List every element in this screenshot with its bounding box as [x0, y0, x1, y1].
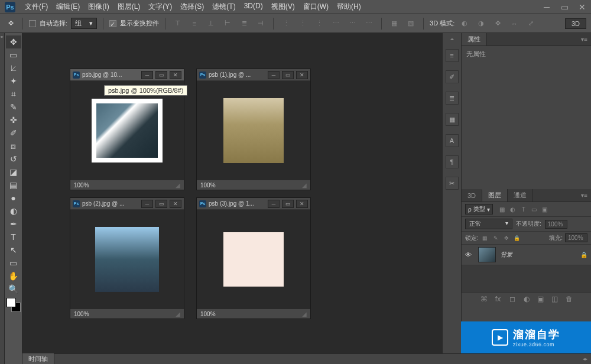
distribute-right-icon[interactable]: ⋯ — [362, 17, 375, 30]
filter-shape-icon[interactable]: ▭ — [530, 205, 539, 213]
layer-fx-icon[interactable]: fx — [493, 295, 503, 303]
layer-item-background[interactable]: 👁 背景 🔒 — [462, 245, 591, 265]
resize-handle-icon[interactable]: ◢ — [176, 311, 180, 317]
doc-minimize-button[interactable]: ─ — [268, 71, 280, 79]
styles-panel-icon[interactable]: ▦ — [446, 113, 459, 126]
menu-file[interactable]: 文件(F) — [21, 1, 51, 13]
filter-pixel-icon[interactable]: ▦ — [498, 205, 507, 213]
path-selection-tool[interactable]: ↖ — [6, 243, 21, 256]
properties-tab[interactable]: 属性 — [462, 33, 487, 46]
foreground-color-swatch[interactable] — [7, 298, 16, 307]
doc-minimize-button[interactable]: ─ — [268, 200, 280, 208]
filter-type-icon[interactable]: T — [519, 205, 528, 213]
dodge-tool[interactable]: ◐ — [6, 204, 21, 217]
pan-3d-icon[interactable]: ✥ — [491, 17, 504, 30]
tab-channels[interactable]: 通道 — [508, 189, 533, 202]
slide-3d-icon[interactable]: ↔ — [508, 17, 521, 30]
close-button[interactable]: ✕ — [573, 1, 591, 13]
lock-transparency-icon[interactable]: ▦ — [481, 234, 489, 242]
switch-3d-button[interactable]: 3D — [565, 18, 586, 29]
distribute-hcenter-icon[interactable]: ⋯ — [346, 17, 359, 30]
swatches-panel-icon[interactable]: ≣ — [446, 92, 459, 105]
resize-handle-icon[interactable]: ◢ — [176, 182, 180, 188]
doc-canvas[interactable] — [197, 210, 310, 309]
adjustment-layer-icon[interactable]: ◐ — [522, 295, 531, 303]
align-top-icon[interactable]: ⊤ — [171, 17, 184, 30]
maximize-button[interactable]: ▭ — [556, 1, 573, 13]
menu-window[interactable]: 窗口(W) — [300, 1, 332, 13]
minimize-button[interactable]: ─ — [538, 1, 556, 13]
menu-3d[interactable]: 3D(D) — [241, 1, 267, 13]
align-right-icon[interactable]: ⊣ — [254, 17, 267, 30]
distribute-left-icon[interactable]: ⋯ — [329, 17, 342, 30]
color-swatches[interactable] — [7, 298, 21, 312]
healing-brush-tool[interactable]: ✜ — [6, 113, 21, 126]
doc-maximize-button[interactable]: ▭ — [155, 200, 167, 208]
align-hcenter-icon[interactable]: ≣ — [238, 17, 251, 30]
lock-position-icon[interactable]: ✥ — [502, 234, 511, 242]
align-bottom-icon[interactable]: ⊥ — [204, 17, 217, 30]
roll-3d-icon[interactable]: ◑ — [475, 17, 488, 30]
auto-select-checkbox[interactable] — [29, 20, 36, 27]
menu-help[interactable]: 帮助(H) — [333, 1, 365, 13]
toolbar-collapse-strip[interactable] — [0, 33, 5, 364]
document-window-3[interactable]: Ps psb (2).jpg @ ... ─ ▭ ✕ 100% ◢ — [70, 197, 184, 319]
orbit-3d-icon[interactable]: ◐ — [458, 17, 471, 30]
magic-wand-tool[interactable]: ✦ — [6, 74, 21, 87]
brush-tool[interactable]: ✐ — [6, 126, 21, 139]
distribute-vcenter-icon[interactable]: ⋮ — [296, 17, 309, 30]
eyedropper-tool[interactable]: ✎ — [6, 100, 21, 113]
group-icon[interactable]: ▣ — [536, 295, 545, 303]
doc-titlebar[interactable]: Ps psb (3).jpg @ 1... ─ ▭ ✕ — [197, 198, 310, 210]
link-layers-icon[interactable]: ⌘ — [479, 295, 489, 303]
paragraph-panel-icon[interactable]: ¶ — [446, 155, 459, 168]
doc-titlebar[interactable]: Ps psb (2).jpg @ ... ─ ▭ ✕ — [70, 198, 184, 210]
resize-handle-icon[interactable]: ◢ — [302, 311, 307, 317]
tab-3d[interactable]: 3D — [462, 190, 482, 201]
timeline-collapse-icon[interactable]: ◂▸ — [579, 356, 591, 362]
doc-close-button[interactable]: ✕ — [296, 200, 308, 208]
panel-menu-icon[interactable]: ▾≡ — [577, 192, 591, 199]
doc-minimize-button[interactable]: ─ — [141, 200, 153, 208]
lock-pixels-icon[interactable]: ✎ — [492, 234, 500, 242]
hand-tool[interactable]: ✋ — [6, 269, 21, 282]
menu-view[interactable]: 视图(V) — [268, 1, 298, 13]
doc-canvas[interactable] — [197, 81, 310, 180]
align-vcenter-icon[interactable]: ≡ — [188, 17, 201, 30]
align-left-icon[interactable]: ⊢ — [221, 17, 234, 30]
menu-layer[interactable]: 图层(L) — [114, 1, 144, 13]
timeline-tab[interactable]: 时间轴 — [22, 353, 54, 364]
scale-3d-icon[interactable]: ⤢ — [524, 17, 537, 30]
doc-minimize-button[interactable]: ─ — [141, 71, 153, 79]
history-panel-icon[interactable]: ≡ — [446, 49, 459, 62]
layer-filter-type[interactable]: ρ类型▾ — [465, 204, 493, 214]
menu-filter[interactable]: 滤镜(T) — [209, 1, 239, 13]
history-brush-tool[interactable]: ↺ — [6, 152, 21, 165]
doc-titlebar[interactable]: Ps psb (1).jpg @ ... ─ ▭ ✕ — [197, 69, 310, 81]
doc-maximize-button[interactable]: ▭ — [155, 71, 167, 79]
doc-close-button[interactable]: ✕ — [170, 200, 181, 208]
filter-smart-icon[interactable]: ▣ — [540, 205, 550, 213]
tool-presets-panel-icon[interactable]: ✂ — [446, 177, 459, 190]
menu-edit[interactable]: 编辑(E) — [53, 1, 83, 13]
zoom-tool[interactable]: 🔍 — [6, 282, 21, 295]
fill-value[interactable]: 100% — [565, 233, 587, 242]
resize-handle-icon[interactable]: ◢ — [302, 182, 307, 188]
blur-tool[interactable]: ● — [6, 191, 21, 204]
clone-stamp-tool[interactable]: ⧈ — [6, 139, 21, 152]
auto-align-icon[interactable]: ▦ — [388, 17, 401, 30]
menu-type[interactable]: 文字(Y) — [145, 1, 176, 13]
delete-layer-icon[interactable]: 🗑 — [564, 295, 574, 303]
marquee-tool[interactable]: ▭ — [6, 48, 21, 61]
distribute-top-icon[interactable]: ⋮ — [280, 17, 293, 30]
auto-select-target[interactable]: 组▾ — [71, 18, 97, 29]
pen-tool[interactable]: ✒ — [6, 217, 21, 230]
blend-mode-select[interactable]: 正常▾ — [465, 219, 512, 229]
document-window-4[interactable]: Ps psb (3).jpg @ 1... ─ ▭ ✕ 100% ◢ — [196, 197, 311, 319]
new-layer-icon[interactable]: ◫ — [550, 295, 560, 303]
distribute-bottom-icon[interactable]: ⋮ — [313, 17, 326, 30]
show-transform-checkbox[interactable]: ✓ — [109, 20, 116, 27]
layer-name[interactable]: 背景 — [501, 251, 512, 259]
lasso-tool[interactable]: ⟀ — [6, 61, 21, 74]
type-tool[interactable]: T — [6, 230, 21, 243]
